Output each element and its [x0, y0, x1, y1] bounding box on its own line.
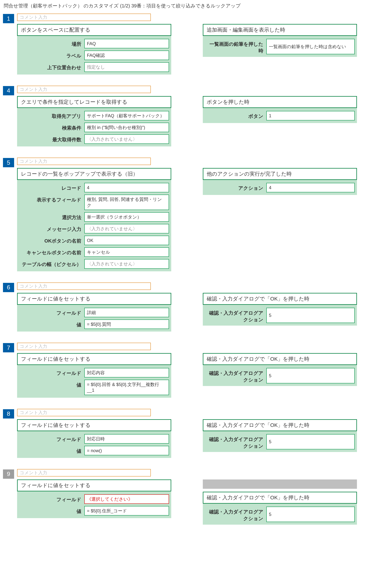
step-badge: 4 [3, 86, 14, 95]
condition-row: 確認・入力ダイアログアクション5 [205, 368, 355, 384]
action-row: フィールド詳細 [19, 308, 169, 317]
action-row-field[interactable]: = $5[0].住所_コード [84, 506, 169, 516]
action-row-field[interactable]: 〈入力されていません〉 [84, 134, 169, 144]
action-row: 表示するフィールド種別, 質問, 回答, 関連する質問・リンク [19, 195, 169, 210]
comment-input[interactable]: コメント入力 [17, 409, 151, 416]
action-row-label: 値 [19, 506, 84, 516]
action-panel: ボタンをスペースに配置する場所FAQラベルFAQ確認上下位置合わせ指定なし [17, 24, 171, 74]
action-row-field[interactable]: 対応日時 [84, 434, 169, 444]
action-title[interactable]: フィールドに値をセットする [17, 419, 171, 431]
condition-row-field[interactable]: 5 [266, 434, 355, 450]
action-row: 検索条件種別 in ("${問い合わせ種別}") [19, 123, 169, 132]
condition-panel: ボタンを押した時ボタン1 [203, 96, 357, 123]
action-row-label: レコード [19, 183, 84, 192]
action-row-label: 選択方法 [19, 212, 84, 222]
comment-input[interactable]: コメント入力 [17, 282, 151, 290]
condition-title[interactable]: 確認・入力ダイアログで「OK」を押した時 [203, 353, 357, 365]
action-row: 上下位置合わせ指定なし [19, 62, 169, 72]
action-row-field[interactable]: キャンセル [84, 247, 169, 257]
condition-row-field[interactable]: 5 [266, 308, 355, 323]
condition-row-field[interactable]: 4 [266, 183, 355, 192]
step-4: 4コメント入力クエリで条件を指定してレコードを取得する取得先アプリサポートFAQ… [0, 86, 377, 147]
step-1: 1コメント入力ボタンをスペースに配置する場所FAQラベルFAQ確認上下位置合わせ… [0, 13, 377, 74]
action-row-field[interactable]: 種別, 質問, 回答, 関連する質問・リンク [84, 195, 169, 210]
disabled-condition-bar [203, 480, 357, 489]
action-row-label: 表示するフィールド [19, 195, 84, 210]
action-row: フィールド対応内容 [19, 368, 169, 377]
action-row-label: フィールド [19, 308, 84, 317]
action-row-field[interactable]: 指定なし [84, 62, 169, 72]
action-row: 選択方法単一選択（ラジオボタン） [19, 212, 169, 222]
condition-row-label: 確認・入力ダイアログアクション [205, 434, 266, 450]
comment-input[interactable]: コメント入力 [17, 158, 151, 165]
step-9: 9コメント入力フィールドに値をセットするフィールド《選択してください》値= $5… [0, 469, 377, 525]
action-panel: フィールドに値をセットするフィールド詳細値= $5[0].質問 [17, 293, 171, 332]
action-row-label: キャンセルボタンの名前 [19, 247, 84, 257]
condition-row: 一覧画面の鉛筆を押した時一覧画面の鉛筆を押した時は含めない [205, 39, 355, 54]
condition-title[interactable]: 追加画面・編集画面を表示した時 [203, 24, 357, 36]
action-row-field[interactable]: 単一選択（ラジオボタン） [84, 212, 169, 222]
condition-title[interactable]: 確認・入力ダイアログで「OK」を押した時 [203, 492, 357, 504]
action-row-field[interactable]: 《選択してください》 [84, 494, 169, 504]
action-row-field[interactable]: = $5[0].質問 [84, 319, 169, 329]
condition-row-label: ボタン [205, 111, 266, 120]
comment-input[interactable]: コメント入力 [17, 343, 151, 350]
action-title[interactable]: フィールドに値をセットする [17, 293, 171, 305]
comment-input[interactable]: コメント入力 [17, 13, 151, 21]
condition-title[interactable]: 他のアクションの実行が完了した時 [203, 168, 357, 180]
action-row-field[interactable]: 種別 in ("${問い合わせ種別}") [84, 123, 169, 132]
step-badge: 1 [3, 14, 14, 23]
action-row: フィールド《選択してください》 [19, 494, 169, 504]
condition-row: アクション4 [205, 183, 355, 192]
comment-input[interactable]: コメント入力 [17, 86, 151, 93]
action-row-field[interactable]: 対応内容 [84, 368, 169, 377]
condition-row: 確認・入力ダイアログアクション5 [205, 308, 355, 323]
action-title[interactable]: ボタンをスペースに配置する [17, 24, 171, 36]
action-row-field[interactable]: FAQ確認 [84, 50, 169, 60]
condition-row-field[interactable]: 5 [266, 507, 355, 522]
action-row-label: 取得先アプリ [19, 111, 84, 120]
action-row-field[interactable]: OK [84, 236, 169, 245]
action-row-field[interactable]: 4 [84, 183, 169, 192]
condition-row-label: 確認・入力ダイアログアクション [205, 368, 266, 384]
comment-input[interactable]: コメント入力 [17, 469, 151, 477]
action-row-label: ラベル [19, 50, 84, 60]
condition-row-field[interactable]: 一覧画面の鉛筆を押した時は含めない [266, 39, 355, 54]
action-row-field[interactable]: サポートFAQ（顧客サポートパック） [84, 111, 169, 120]
step-8: 8コメント入力フィールドに値をセットするフィールド対応日時値= now()確認・… [0, 409, 377, 458]
condition-title[interactable]: 確認・入力ダイアログで「OK」を押した時 [203, 419, 357, 431]
condition-row-field[interactable]: 5 [266, 368, 355, 384]
condition-title[interactable]: ボタンを押した時 [203, 96, 357, 108]
action-row: 値= now() [19, 446, 169, 455]
page-title: 問合せ管理（顧客サポートパック） のカスタマイズ (1/2) 39番：項目を使っ… [0, 0, 377, 13]
action-row: フィールド対応日時 [19, 434, 169, 444]
step-7: 7コメント入力フィールドに値をセットするフィールド対応内容値= $5[0].回答… [0, 343, 377, 398]
action-row-field[interactable]: = $5[0].回答 & $5[0].文字列__複数行__1 [84, 380, 169, 395]
action-panel: フィールドに値をセットするフィールド対応内容値= $5[0].回答 & $5[0… [17, 353, 171, 398]
condition-row-label: 確認・入力ダイアログアクション [205, 507, 266, 522]
condition-panel: 確認・入力ダイアログで「OK」を押した時確認・入力ダイアログアクション5 [203, 419, 357, 452]
action-row-label: OKボタンの名前 [19, 236, 84, 245]
action-row-field[interactable]: 〈入力されていません〉 [84, 224, 169, 233]
action-row-label: 場所 [19, 39, 84, 48]
condition-title[interactable]: 確認・入力ダイアログで「OK」を押した時 [203, 293, 357, 305]
step-badge: 7 [3, 343, 14, 352]
action-title[interactable]: クエリで条件を指定してレコードを取得する [17, 96, 171, 108]
action-row: 最大取得件数〈入力されていません〉 [19, 134, 169, 144]
action-row-field[interactable]: = now() [84, 446, 169, 455]
action-title[interactable]: フィールドに値をセットする [17, 353, 171, 365]
action-row: テーブルの幅（ピクセル）〈入力されていません〉 [19, 259, 169, 269]
condition-row-field[interactable]: 1 [266, 111, 355, 120]
condition-row: 確認・入力ダイアログアクション5 [205, 434, 355, 450]
action-row-label: 検索条件 [19, 123, 84, 132]
action-panel: クエリで条件を指定してレコードを取得する取得先アプリサポートFAQ（顧客サポート… [17, 96, 171, 147]
action-title[interactable]: レコードの一覧をポップアップで表示する（旧） [17, 168, 171, 180]
action-title[interactable]: フィールドに値をセットする [17, 480, 171, 491]
condition-row-label: 確認・入力ダイアログアクション [205, 308, 266, 323]
action-row-label: 値 [19, 380, 84, 395]
action-row-field[interactable]: 詳細 [84, 308, 169, 317]
action-row-field[interactable]: 〈入力されていません〉 [84, 259, 169, 269]
action-row-field[interactable]: FAQ [84, 39, 169, 48]
condition-panel: 確認・入力ダイアログで「OK」を押した時確認・入力ダイアログアクション5 [203, 353, 357, 386]
action-row-label: フィールド [19, 494, 84, 504]
